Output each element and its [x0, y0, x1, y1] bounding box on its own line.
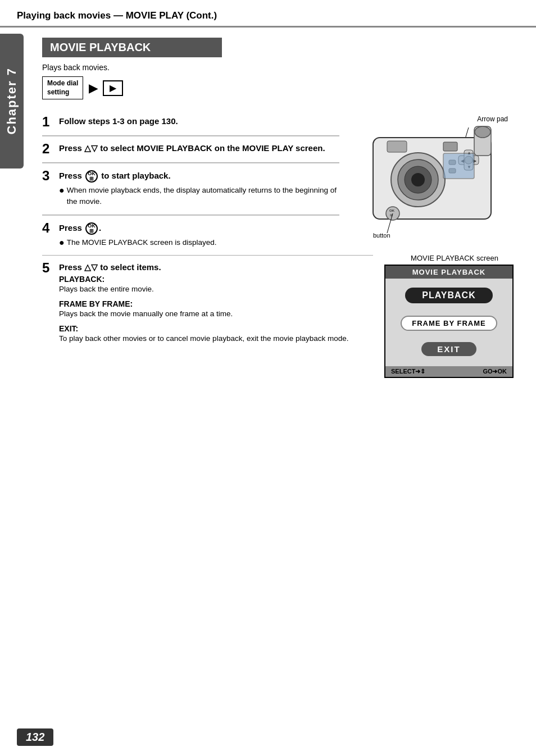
step-1-title: Follow steps 1-3 on page 130.	[59, 116, 339, 126]
step-5-number: 5	[42, 261, 54, 275]
mpb-footer-right: GO➜OK	[483, 368, 507, 375]
section-subtitle: Plays back movies.	[42, 63, 525, 72]
chapter-label: Chapter 7	[4, 67, 19, 134]
svg-point-20	[475, 126, 490, 138]
mpb-item-framebyframe: FRAME BY FRAME	[389, 310, 508, 336]
step-4-title: Press OK⊞.	[59, 222, 339, 235]
step5-right: MOVIE PLAYBACK screen MOVIE PLAYBACK PLA…	[384, 254, 525, 378]
step-4: 4 Press OK⊞. ● The MOVIE PLAYBACK screen…	[42, 215, 339, 254]
page-number: 132	[17, 728, 53, 746]
mpb-item-playback: PLAYBACK	[394, 281, 503, 310]
step-2: 2 Press △▽ to select MOVIE PLAYBACK on t…	[42, 136, 339, 161]
mpb-title-bar: MOVIE PLAYBACK	[385, 266, 512, 279]
mpb-item-framebyframe-label: FRAME BY FRAME	[401, 316, 497, 331]
svg-rect-7	[387, 141, 407, 152]
sub-item-exit-title: EXIT:	[59, 324, 373, 333]
main-content: MOVIE PLAYBACK Plays back movies. Mode d…	[31, 28, 536, 378]
sub-item-framebyframe-body: Plays back the movie manually one frame …	[59, 308, 373, 320]
step5-left: 5 Press △▽ to select items. PLAYBACK: Pl…	[42, 254, 373, 378]
camera-svg: ◀ ▶ ▲ ▼ OK ⊞ button	[356, 115, 514, 239]
mode-dial-label: Mode dialsetting	[42, 76, 83, 99]
mpb-footer: SELECT➜⇕ GO➜OK	[385, 366, 512, 377]
step-2-content: Press △▽ to select MOVIE PLAYBACK on the…	[59, 143, 339, 156]
mpb-footer-left: SELECT➜⇕	[391, 368, 425, 375]
mode-dial-arrow: ▶	[89, 81, 97, 95]
step-3-bullet: ● When movie playback ends, the display …	[59, 185, 339, 208]
arrow-pad-label: Arrow pad	[477, 115, 508, 123]
sub-item-playback-title: PLAYBACK:	[59, 275, 373, 284]
step-2-number: 2	[42, 142, 54, 156]
movie-playback-screen-label: MOVIE PLAYBACK screen	[384, 254, 525, 262]
step-1-content: Follow steps 1-3 on page 130.	[59, 116, 339, 128]
mpb-item-exit-label: EXIT	[421, 342, 476, 356]
step-3-content: Press OK⊞ to start playback. ● When movi…	[59, 170, 339, 208]
step-3: 3 Press OK⊞ to start playback. ● When mo…	[42, 163, 339, 213]
step-1-number: 1	[42, 115, 54, 129]
svg-rect-8	[443, 142, 457, 151]
page-header-title: Playing back movies — MOVIE PLAY (Cont.)	[17, 10, 217, 21]
sub-item-exit: EXIT: To play back other movies or to ca…	[59, 324, 373, 344]
ok-button-label: button	[373, 232, 390, 239]
chapter-tab: Chapter 7	[0, 34, 24, 168]
mpb-item-exit: EXIT	[410, 336, 487, 362]
step-5-title: Press △▽ to select items.	[59, 262, 373, 272]
sub-item-framebyframe-title: FRAME BY FRAME:	[59, 299, 373, 308]
sub-item-playback: PLAYBACK: Plays back the entire movie.	[59, 275, 373, 295]
step-4-content: Press OK⊞. ● The MOVIE PLAYBACK screen i…	[59, 222, 339, 248]
step-1: 1 Follow steps 1-3 on page 130.	[42, 110, 339, 134]
page-header: Playing back movies — MOVIE PLAY (Cont.)	[0, 0, 536, 28]
steps-column: 1 Follow steps 1-3 on page 130. 2 Press …	[42, 110, 345, 254]
sub-item-framebyframe: FRAME BY FRAME: Plays back the movie man…	[59, 299, 373, 320]
step-3-title: Press OK⊞ to start playback.	[59, 170, 339, 183]
svg-point-5	[411, 173, 425, 186]
step-3-number: 3	[42, 169, 54, 183]
camera-illustration: Arrow pad	[356, 115, 514, 239]
ok-circle-3: OK⊞	[85, 170, 98, 183]
step-5-content: Press △▽ to select items. PLAYBACK: Play…	[59, 262, 373, 349]
mpb-items-wrapper: PLAYBACK FRAME BY FRAME EXIT	[385, 279, 512, 363]
step-2-title: Press △▽ to select MOVIE PLAYBACK on the…	[59, 143, 339, 153]
step-4-bullet: ● The MOVIE PLAYBACK screen is displayed…	[59, 237, 339, 248]
step-5: 5 Press △▽ to select items. PLAYBACK: Pl…	[42, 256, 373, 355]
step-4-number: 4	[42, 221, 54, 235]
step5-section: 5 Press △▽ to select items. PLAYBACK: Pl…	[42, 254, 525, 378]
ok-circle-4: OK⊞	[85, 222, 98, 235]
sub-item-exit-body: To play back other movies or to cancel m…	[59, 333, 373, 344]
steps-camera-layout: 1 Follow steps 1-3 on page 130. 2 Press …	[42, 110, 525, 254]
section-title: MOVIE PLAYBACK	[42, 38, 222, 57]
svg-text:OK: OK	[389, 209, 395, 212]
mode-dial-icon: ▶	[103, 80, 123, 96]
mpb-item-playback-label: PLAYBACK	[405, 288, 492, 303]
movie-playback-screen: MOVIE PLAYBACK PLAYBACK FRAME BY FRAME E…	[384, 265, 514, 378]
mode-dial-box: Mode dialsetting ▶ ▶	[42, 76, 525, 99]
sub-item-playback-body: Plays back the entire movie.	[59, 284, 373, 295]
svg-rect-23	[443, 153, 474, 179]
camera-column: Arrow pad	[345, 110, 525, 254]
sub-items: PLAYBACK: Plays back the entire movie. F…	[59, 275, 373, 345]
